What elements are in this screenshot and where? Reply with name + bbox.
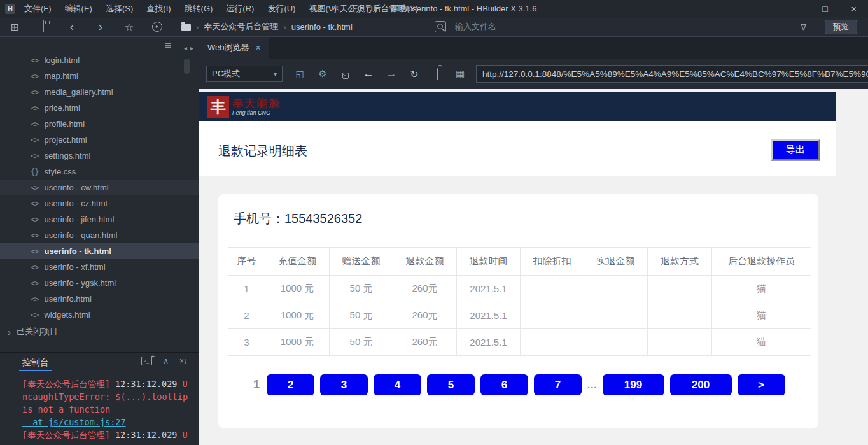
file-name: project.html: [44, 135, 87, 145]
menu-e[interactable]: 编辑(E): [62, 2, 95, 16]
filter-icon[interactable]: ∇: [801, 22, 806, 32]
maximize-button[interactable]: □: [811, 0, 839, 17]
browser-forward-icon[interactable]: →: [386, 67, 397, 80]
page-button-3[interactable]: 3: [320, 374, 368, 395]
table-cell: 1: [228, 276, 265, 302]
sidebar-item-project-html[interactable]: <>project.html: [0, 132, 199, 148]
menu-r[interactable]: 运行(R): [223, 2, 256, 16]
star-icon[interactable]: ☆: [123, 21, 135, 33]
tab-scroll-left-icon[interactable]: ◂: [184, 45, 187, 52]
sidebar-item-userinfo-xf-html[interactable]: <>userinfo - xf.html: [0, 259, 199, 275]
menu-s[interactable]: 选择(S): [103, 2, 136, 16]
menu-v[interactable]: 视图(V): [306, 2, 339, 16]
gear-icon[interactable]: ⚙: [317, 68, 328, 80]
closed-projects-section[interactable]: › 已关闭项目: [0, 323, 199, 340]
console-log-segment: [奉天公众号后台管理]: [22, 430, 110, 440]
url-input[interactable]: http://127.0.0.1:8848/%E5%A5%89%E5%A4%A9…: [476, 65, 868, 83]
page-button-2[interactable]: 2: [267, 374, 314, 395]
html-file-icon: <>: [31, 279, 38, 288]
table-cell: 1000 元: [265, 302, 330, 329]
sidebar-item-userinfo-cz-html[interactable]: <>userinfo - cz.html: [0, 195, 199, 211]
sidebar-item-settings-html[interactable]: <>settings.html: [0, 148, 199, 164]
sidebar-item-userinfo-quan-html[interactable]: <>userinfo - quan.html: [0, 227, 199, 243]
new-terminal-icon[interactable]: >_: [141, 357, 152, 365]
menu-u[interactable]: 发行(U): [265, 2, 298, 16]
table-cell: 50 元: [330, 276, 393, 302]
table-cell: 2: [228, 302, 265, 329]
menu-g[interactable]: 跳转(G): [182, 2, 216, 16]
file-search-input[interactable]: 输入文件名: [428, 17, 799, 36]
tab-web-browser[interactable]: ◂ ▸ Web浏览器 ×: [199, 37, 269, 59]
menu-t[interactable]: 工具(T): [347, 2, 380, 16]
console-log: [奉天公众号后台管理] 12:31:12.029 UncaughtTypeErr…: [0, 371, 199, 441]
console-log-line: at js/custom.js:27: [22, 416, 199, 428]
file-name: userinfo - cz.html: [44, 199, 107, 208]
page-button-5[interactable]: 5: [427, 374, 475, 395]
breadcrumb-project[interactable]: 奉天公众号后台管理: [204, 21, 278, 32]
sidebar-item-userinfo-tk-html[interactable]: <>userinfo - tk.html: [0, 243, 199, 259]
console-log-link[interactable]: at js/custom.js:27: [22, 417, 126, 427]
sidebar-item-style-css[interactable]: {}style.css: [0, 164, 199, 180]
page-button-7[interactable]: 7: [534, 374, 582, 395]
device-mode-select[interactable]: PC模式 ▾: [206, 66, 283, 82]
sidebar-item-userinfo-cw-html[interactable]: <>userinfo - cw.html: [0, 180, 199, 195]
tree-scrollbar-thumb[interactable]: [184, 59, 190, 74]
run-icon[interactable]: ▸: [152, 22, 162, 32]
console-tab[interactable]: 控制台: [22, 357, 49, 369]
browser-viewport: 丰 奉天能源 Feng tian CNG 退款记录明细表 导出 手机号：1554…: [199, 89, 868, 445]
minimize-button[interactable]: —: [782, 0, 811, 17]
sidebar-item-profile-html[interactable]: <>profile.html: [0, 116, 199, 132]
folder-icon: [181, 24, 191, 31]
refresh-icon[interactable]: ↻: [409, 68, 420, 80]
new-file-icon[interactable]: ⊞: [9, 21, 20, 33]
collapse-panel-icon[interactable]: ∧: [163, 357, 169, 365]
navigate-forward-icon[interactable]: ›: [95, 22, 106, 31]
page-button-4[interactable]: 4: [374, 374, 421, 395]
tree-menu-icon[interactable]: ≡: [165, 39, 171, 52]
phone-number: 15543526352: [284, 211, 362, 225]
search-placeholder: 输入文件名: [455, 21, 496, 32]
tab-close-icon[interactable]: ×: [256, 43, 261, 53]
navigate-back-icon[interactable]: ‹: [66, 22, 78, 31]
table-cell: [648, 329, 712, 356]
console-log-segment: U: [183, 379, 188, 389]
editor-area: ◂ ▸ Web浏览器 × PC模式 ▾ ◱ ⚙ >_ ← →: [199, 37, 868, 445]
next-page-button[interactable]: >: [738, 374, 785, 395]
tab-scroll-right-icon[interactable]: ▸: [190, 45, 193, 52]
page-button-200[interactable]: 200: [670, 374, 732, 395]
file-name: userinfo - quan.html: [44, 230, 117, 240]
sidebar-item-widgets-html[interactable]: <>widgets.html: [0, 307, 199, 323]
console-log-line: [奉天公众号后台管理] 12:31:12.029 U: [22, 428, 199, 441]
html-file-icon: <>: [31, 215, 38, 224]
file-name: userinfo - tk.html: [44, 246, 111, 256]
unlock-icon[interactable]: [431, 69, 443, 80]
sidebar-item-login-html[interactable]: <>login.html: [0, 52, 199, 68]
console-log-segment: 12:31:12.029: [110, 379, 183, 389]
page-button-199[interactable]: 199: [603, 374, 664, 395]
table-cell: 2021.5.1: [457, 302, 521, 329]
qr-code-icon[interactable]: ▦: [454, 68, 466, 80]
menu-y[interactable]: 帮助(Y): [388, 2, 420, 16]
html-file-icon: <>: [31, 311, 38, 320]
menu-i[interactable]: 查找(I): [144, 2, 173, 16]
export-button[interactable]: 导出: [771, 139, 820, 160]
clear-console-icon[interactable]: ×↓: [179, 357, 186, 365]
breadcrumb-file[interactable]: userinfo - tk.html: [291, 22, 353, 32]
sidebar-item-userinfo-ygsk-html[interactable]: <>userinfo - ygsk.html: [0, 275, 199, 291]
table-header-cell: 充值金额: [265, 248, 330, 276]
sidebar-item-userinfo-html[interactable]: <>userinfo.html: [0, 291, 199, 307]
devtools-icon[interactable]: >_: [340, 68, 351, 80]
menu-f[interactable]: 文件(F): [22, 2, 54, 16]
sidebar-item-media-gallery-html[interactable]: <>media_gallery.html: [0, 84, 199, 100]
sidebar-item-map-html[interactable]: <>map.html: [0, 68, 199, 84]
save-icon[interactable]: [38, 21, 49, 32]
html-file-icon: <>: [31, 231, 38, 240]
html-file-icon: <>: [31, 199, 38, 208]
sidebar-item-price-html[interactable]: <>price.html: [0, 100, 199, 116]
preview-button[interactable]: 预览: [825, 20, 857, 34]
close-button[interactable]: ×: [839, 0, 868, 17]
open-in-browser-icon[interactable]: ◱: [294, 69, 305, 79]
sidebar-item-userinfo-jifen-html[interactable]: <>userinfo - jifen.html: [0, 211, 199, 227]
browser-back-icon[interactable]: ←: [363, 67, 374, 80]
page-button-6[interactable]: 6: [480, 374, 528, 395]
